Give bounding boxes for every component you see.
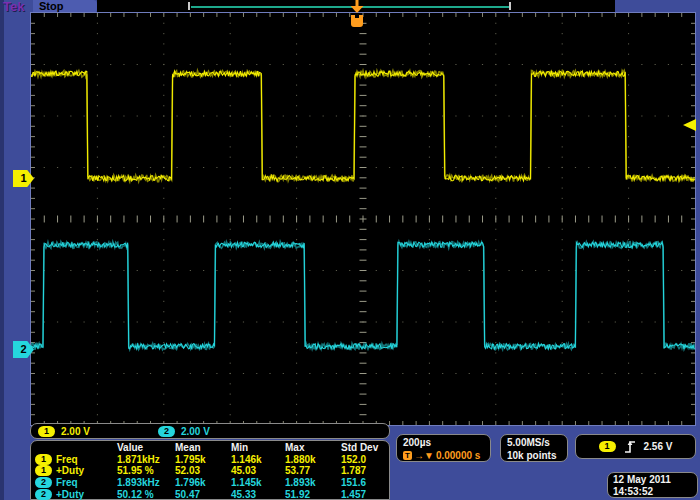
measurement-value: 50.12 % — [117, 489, 175, 500]
measurement-std-dev: 152.0 — [341, 454, 389, 465]
ch1-badge: 1 — [38, 426, 55, 437]
ch2-ground-marker-label: 2 — [20, 343, 26, 355]
ch2-scale-readout: 2.00 V — [181, 426, 210, 437]
measurement-max: 1.880k — [285, 454, 341, 465]
sample-rate-readout: 5.00MS/s — [507, 436, 567, 449]
measurement-row-ch1-freq: 1Freq 1.871kHz 1.795k 1.146k 1.880k 152.… — [35, 454, 389, 466]
measurement-max: 51.92 — [285, 489, 341, 500]
timebase-readout: 200µs — [403, 436, 490, 449]
measurement-value: 51.95 % — [117, 465, 175, 476]
col-mean: Mean — [175, 442, 231, 453]
measurement-mean: 1.795k — [175, 454, 231, 465]
measurement-std-dev: 1.787 — [341, 465, 389, 476]
ch2-badge: 2 — [158, 426, 175, 437]
ch2-badge: 2 — [35, 477, 52, 488]
measurement-min: 45.33 — [231, 489, 285, 500]
measurement-header-row: Value Mean Min Max Std Dev — [35, 442, 389, 454]
col-min: Min — [231, 442, 285, 453]
record-length-readout: 10k points — [507, 449, 567, 462]
datetime-readout: 12 May 2011 14:53:52 — [607, 472, 698, 498]
ch2-badge: 2 — [35, 489, 52, 500]
ch1-badge: 1 — [35, 465, 52, 476]
measurement-mean: 1.796k — [175, 477, 231, 488]
measurement-std-dev: 1.457 — [341, 489, 389, 500]
date-readout: 12 May 2011 — [613, 474, 697, 486]
ch1-scale-readout: 2.00 V — [61, 426, 90, 437]
waveform-svg — [31, 13, 695, 425]
delay-readout: T →▼ 0.00000 s — [403, 449, 490, 462]
measurement-min: 1.145k — [231, 477, 285, 488]
delay-value: 0.00000 s — [436, 449, 481, 462]
measurement-max: 1.893k — [285, 477, 341, 488]
ch1-ground-marker-label: 1 — [20, 172, 26, 184]
measurement-max: 53.77 — [285, 465, 341, 476]
measurement-mean: 52.03 — [175, 465, 231, 476]
measurement-row-ch2-duty: 2+Duty 50.12 % 50.47 45.33 51.92 1.457 — [35, 488, 389, 500]
measurement-name: +Duty — [56, 489, 84, 500]
measurement-row-ch1-duty: 1+Duty 51.95 % 52.03 45.03 53.77 1.787 — [35, 465, 389, 477]
trigger-level-readout: 2.56 V — [644, 441, 673, 452]
measurement-value: 1.871kHz — [117, 454, 175, 465]
measurement-name: Freq — [56, 477, 78, 488]
measurement-row-ch2-freq: 2Freq 1.893kHz 1.796k 1.145k 1.893k 151.… — [35, 477, 389, 489]
bezel-edge — [0, 0, 4, 500]
acquisition-status-label: Stop — [39, 0, 63, 12]
ch1-badge: 1 — [35, 454, 52, 465]
trigger-source-badge: 1 — [599, 441, 616, 452]
trigger-position-icon — [345, 0, 369, 28]
horizontal-readout: 200µs T →▼ 0.00000 s — [396, 434, 491, 462]
acquisition-readout: 5.00MS/s 10k points — [500, 434, 568, 462]
trigger-level-arrow-icon — [683, 119, 696, 131]
measurement-min: 45.03 — [231, 465, 285, 476]
measurement-panel: Value Mean Min Max Std Dev 1Freq 1.871kH… — [30, 440, 390, 500]
measurement-name: +Duty — [56, 465, 84, 476]
tek-logo: Tek — [3, 0, 24, 14]
measurement-min: 1.146k — [231, 454, 285, 465]
record-view-right-bracket-icon — [509, 2, 511, 10]
trigger-readout: 1 2.56 V — [575, 434, 696, 459]
measurement-name: Freq — [56, 454, 78, 465]
col-max: Max — [285, 442, 341, 453]
trigger-flag-icon: T — [403, 451, 412, 460]
col-std-dev: Std Dev — [341, 442, 389, 453]
measurement-mean: 50.47 — [175, 489, 231, 500]
graticule — [30, 12, 696, 426]
record-view-left-bracket-icon — [188, 2, 190, 10]
col-value: Value — [117, 442, 175, 453]
time-readout: 14:53:52 — [613, 486, 697, 498]
rising-edge-icon — [624, 440, 636, 454]
measurement-std-dev: 151.6 — [341, 477, 389, 488]
measurement-value: 1.893kHz — [117, 477, 175, 488]
delay-arrow-icon: →▼ — [414, 449, 434, 462]
channel-scale-bar: 1 2.00 V 2 2.00 V — [30, 423, 390, 439]
